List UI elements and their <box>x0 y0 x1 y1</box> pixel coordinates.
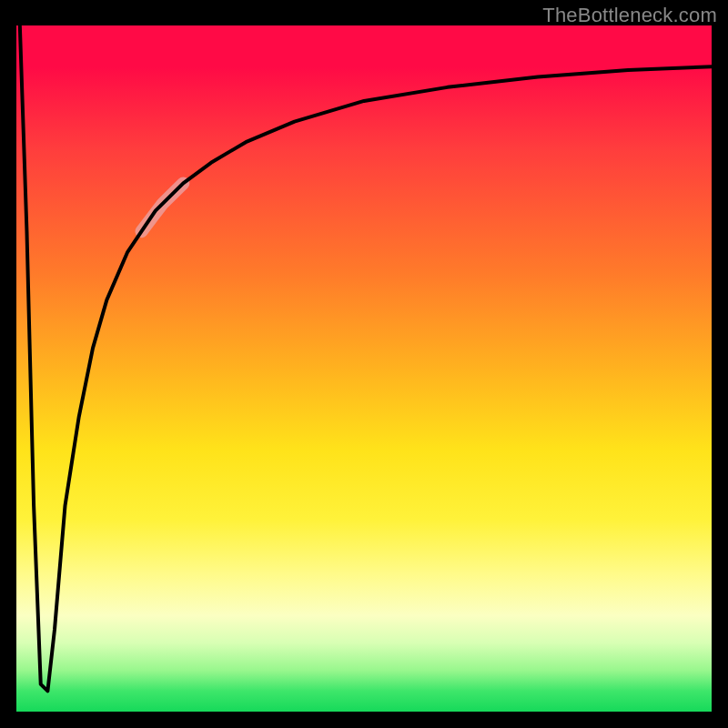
bottleneck-curve <box>20 25 712 691</box>
curve-svg <box>16 25 712 712</box>
chart-frame: TheBottleneck.com <box>0 0 728 728</box>
watermark-text: TheBottleneck.com <box>542 4 717 27</box>
plot-area <box>16 25 712 712</box>
